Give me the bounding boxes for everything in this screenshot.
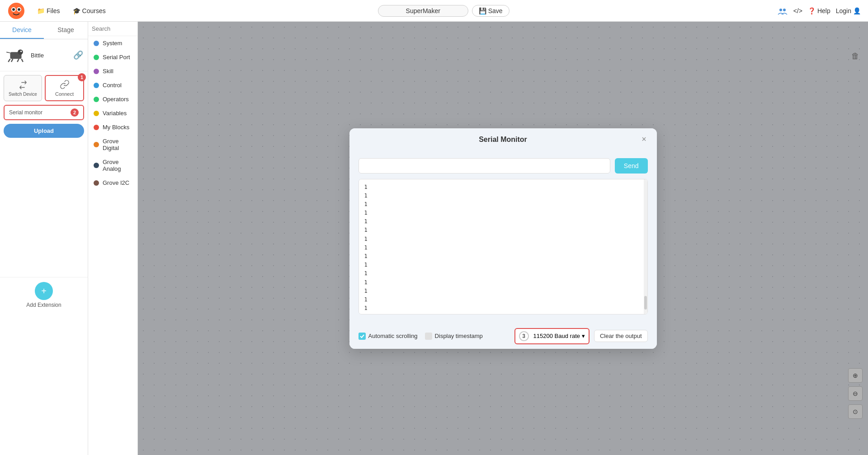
category-dot (94, 83, 99, 88)
upload-button[interactable]: Upload (4, 124, 84, 138)
category-label: Grove I2C (103, 179, 129, 186)
device-name: Bittle (31, 52, 70, 59)
category-dot (94, 125, 99, 130)
category-dot (94, 142, 99, 147)
help-label: Help (817, 7, 830, 14)
output-line: 1 (364, 209, 642, 217)
svg-point-6 (783, 9, 786, 11)
output-line: 1 (364, 183, 642, 192)
workspace[interactable]: 🗑 ⊕ ⊖ ⊙ Serial Monitor × Send (138, 22, 868, 455)
code-icon: </> (793, 7, 802, 14)
output-line: 1 (364, 244, 642, 252)
connect-button[interactable]: 1 Connect (45, 75, 84, 101)
output-line: 1 (364, 313, 642, 314)
svg-point-5 (779, 9, 782, 11)
serial-monitor-button[interactable]: Serial monitor 2 (4, 105, 84, 120)
timestamp-label[interactable]: Display timestamp (425, 333, 483, 340)
community-icon-btn[interactable] (777, 5, 788, 16)
output-line: 1 (364, 252, 642, 261)
serial-input-row: Send (359, 158, 648, 174)
category-item-skill[interactable]: Skill (88, 64, 137, 78)
serial-text-input[interactable] (359, 158, 610, 174)
auto-scroll-text: Automatic scrolling (368, 333, 418, 339)
add-extension-button[interactable]: + (35, 282, 53, 300)
output-line: 1 (364, 269, 642, 278)
files-icon: 📁 (37, 7, 45, 14)
output-line: 1 (364, 261, 642, 269)
category-item-grove-analog[interactable]: Grove Analog (88, 155, 137, 176)
topbar-center: 💾 Save (118, 5, 770, 17)
topbar-nav: 📁 Files 🎓 Courses (33, 5, 110, 16)
modal-close-button[interactable]: × (639, 134, 650, 145)
app-logo[interactable] (7, 2, 25, 20)
baud-rate-select[interactable]: 3 115200 Baud rate ▾ (514, 328, 590, 344)
project-name-input[interactable] (378, 5, 468, 17)
category-item-my-blocks[interactable]: My Blocks (88, 120, 137, 134)
category-label: Grove Digital (103, 138, 132, 151)
modal-body: Send 1111111111111111111111111 (349, 151, 657, 324)
device-info: Bittle 🔗 (0, 39, 88, 71)
save-label: Save (488, 7, 503, 14)
svg-point-9 (20, 51, 22, 52)
main-layout: Device Stage Bittle 🔗 (0, 22, 868, 455)
output-line: 1 (364, 287, 642, 296)
category-label: Skill (103, 68, 113, 75)
switch-device-button[interactable]: Switch Device (4, 75, 42, 101)
category-label: Grove Analog (103, 159, 132, 172)
category-label: Operators (103, 96, 129, 103)
scrollbar[interactable] (644, 179, 647, 314)
add-extension-label: Add Extension (26, 302, 61, 308)
device-stage-tabs: Device Stage (0, 22, 88, 39)
category-item-operators[interactable]: Operators (88, 92, 137, 106)
svg-point-4 (18, 8, 20, 11)
scrollbar-thumb (644, 296, 647, 310)
category-item-serial-port[interactable]: Serial Port (88, 50, 137, 64)
category-label: Control (103, 82, 122, 89)
serial-monitor-label: Serial monitor (9, 109, 42, 116)
svg-point-8 (18, 50, 23, 55)
svg-line-14 (6, 52, 10, 53)
tab-device[interactable]: Device (0, 22, 44, 39)
code-view-btn[interactable]: </> (793, 7, 802, 14)
serial-output[interactable]: 1111111111111111111111111 (359, 179, 648, 314)
category-label: System (103, 40, 122, 47)
timestamp-text: Display timestamp (435, 333, 483, 339)
baud-rate-label: 115200 Baud rate (533, 333, 580, 339)
login-btn[interactable]: Login 👤 (836, 7, 861, 14)
categories-panel: 🔍 SystemSerial PortSkillControlOperators… (88, 22, 138, 455)
category-item-system[interactable]: System (88, 36, 137, 50)
tab-stage[interactable]: Stage (44, 22, 88, 39)
connect-badge: 1 (78, 73, 86, 81)
svg-line-12 (17, 59, 19, 62)
topbar: 📁 Files 🎓 Courses 💾 Save </> ❓ Help Logi… (0, 0, 868, 22)
courses-icon: 🎓 (73, 7, 80, 14)
auto-scroll-checkbox[interactable] (359, 333, 366, 340)
timestamp-checkbox[interactable] (425, 333, 432, 340)
help-btn[interactable]: ❓ Help (808, 7, 830, 14)
output-line: 1 (364, 235, 642, 244)
left-panel: Device Stage Bittle 🔗 (0, 22, 88, 455)
auto-scroll-label[interactable]: Automatic scrolling (359, 333, 418, 340)
svg-point-0 (8, 3, 24, 19)
send-button[interactable]: Send (615, 158, 648, 174)
category-dot (94, 69, 99, 74)
files-nav-item[interactable]: 📁 Files (33, 5, 65, 16)
output-line: 1 (364, 217, 642, 226)
category-item-variables[interactable]: Variables (88, 106, 137, 120)
category-dot (94, 111, 99, 116)
svg-line-13 (22, 59, 23, 62)
svg-line-10 (8, 59, 10, 62)
category-item-grove-i2c[interactable]: Grove I2C (88, 176, 137, 190)
output-line: 1 (364, 226, 642, 235)
output-lines: 1111111111111111111111111 (364, 183, 642, 314)
switch-device-label: Switch Device (9, 92, 37, 97)
category-label: Serial Port (103, 54, 130, 61)
save-button[interactable]: 💾 Save (472, 5, 509, 17)
clear-output-button[interactable]: Clear the output (594, 330, 648, 342)
serial-monitor-modal: Serial Monitor × Send 111111111111111111… (349, 128, 657, 349)
serial-monitor-badge: 2 (71, 108, 79, 117)
category-item-grove-digital[interactable]: Grove Digital (88, 134, 137, 155)
device-link-icon[interactable]: 🔗 (73, 50, 83, 60)
courses-nav-item[interactable]: 🎓 Courses (68, 5, 110, 16)
category-item-control[interactable]: Control (88, 78, 137, 92)
